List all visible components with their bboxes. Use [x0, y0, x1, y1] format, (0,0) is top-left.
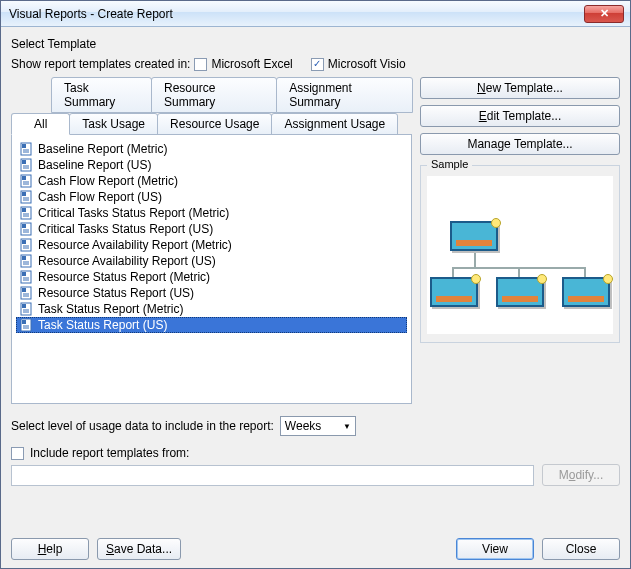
sample-preview: [427, 176, 613, 334]
sample-node: [562, 277, 610, 307]
tab-assignment-summary[interactable]: Assignment Summary: [276, 77, 413, 113]
view-button[interactable]: View: [456, 538, 534, 560]
svg-rect-29: [22, 256, 26, 260]
include-row: Include report templates from:: [11, 446, 620, 460]
path-row: Modify...: [11, 464, 620, 486]
btn-label: Modify...: [559, 468, 603, 482]
tab-resource-usage[interactable]: Resource Usage: [157, 113, 272, 135]
visio-doc-icon: [20, 238, 34, 252]
tab-label: All: [34, 117, 47, 131]
save-data-button[interactable]: Save Data...: [97, 538, 181, 560]
template-name: Cash Flow Report (US): [38, 190, 162, 204]
footer: Help Save Data... View Close: [11, 520, 620, 560]
btn-label: Close: [566, 542, 597, 556]
main-row: Task Summary Resource Summary Assignment…: [11, 77, 620, 404]
template-list-item[interactable]: Task Status Report (Metric): [16, 301, 407, 317]
template-name: Cash Flow Report (Metric): [38, 174, 178, 188]
tab-label: Assignment Summary: [289, 81, 352, 109]
tab-task-summary[interactable]: Task Summary: [51, 77, 152, 113]
tab-label: Resource Summary: [164, 81, 215, 109]
btn-label: ave Data...: [114, 542, 172, 556]
template-list-item[interactable]: Cash Flow Report (US): [16, 189, 407, 205]
dialog-window: Visual Reports - Create Report ✕ Select …: [0, 0, 631, 569]
template-list-item[interactable]: Critical Tasks Status Report (Metric): [16, 205, 407, 221]
template-list-item[interactable]: Resource Status Report (US): [16, 285, 407, 301]
sample-legend: Sample: [427, 158, 472, 170]
template-name: Resource Availability Report (Metric): [38, 238, 232, 252]
visio-label: Microsoft Visio: [328, 57, 406, 71]
svg-rect-33: [22, 272, 26, 276]
svg-rect-1: [22, 144, 26, 148]
tab-task-usage[interactable]: Task Usage: [69, 113, 158, 135]
dropdown-value: Weeks: [285, 419, 321, 433]
visio-doc-icon: [20, 318, 34, 332]
visio-doc-icon: [20, 222, 34, 236]
svg-rect-37: [22, 288, 26, 292]
template-name: Critical Tasks Status Report (US): [38, 222, 213, 236]
template-list-item[interactable]: Resource Availability Report (US): [16, 253, 407, 269]
close-icon: ✕: [600, 7, 609, 20]
visio-doc-icon: [20, 174, 34, 188]
visio-doc-icon: [20, 206, 34, 220]
template-list-item[interactable]: Critical Tasks Status Report (US): [16, 221, 407, 237]
level-dropdown[interactable]: Weeks ▼: [280, 416, 356, 436]
level-row: Select level of usage data to include in…: [11, 416, 620, 436]
chevron-down-icon: ▼: [343, 422, 351, 431]
template-list-item[interactable]: Baseline Report (Metric): [16, 141, 407, 157]
visio-doc-icon: [20, 270, 34, 284]
template-list-item[interactable]: Task Status Report (US): [16, 317, 407, 333]
template-list-item[interactable]: Baseline Report (US): [16, 157, 407, 173]
svg-rect-13: [22, 192, 26, 196]
select-template-label: Select Template: [11, 37, 620, 51]
tab-label: Assignment Usage: [284, 117, 385, 131]
tabs-row-upper: Task Summary Resource Summary Assignment…: [51, 77, 412, 113]
tab-assignment-usage[interactable]: Assignment Usage: [271, 113, 398, 135]
tab-label: Task Usage: [82, 117, 145, 131]
show-templates-label: Show report templates created in:: [11, 57, 190, 71]
sample-group: Sample: [420, 165, 620, 343]
visio-doc-icon: [20, 302, 34, 316]
template-list-item[interactable]: Resource Availability Report (Metric): [16, 237, 407, 253]
template-name: Resource Status Report (US): [38, 286, 194, 300]
dialog-body: Select Template Show report templates cr…: [1, 27, 630, 568]
include-path-input[interactable]: [11, 465, 534, 486]
template-name: Resource Availability Report (US): [38, 254, 216, 268]
tab-resource-summary[interactable]: Resource Summary: [151, 77, 277, 113]
modify-button: Modify...: [542, 464, 620, 486]
window-title: Visual Reports - Create Report: [9, 7, 584, 21]
template-list-item[interactable]: Resource Status Report (Metric): [16, 269, 407, 285]
show-templates-row: Show report templates created in: Micros…: [11, 57, 620, 71]
include-from-label: Include report templates from:: [30, 446, 189, 460]
tab-all[interactable]: All: [11, 113, 70, 135]
help-button[interactable]: Help: [11, 538, 89, 560]
sample-node: [496, 277, 544, 307]
btn-label: e Template...: [504, 137, 572, 151]
svg-rect-9: [22, 176, 26, 180]
template-name: Baseline Report (US): [38, 158, 151, 172]
svg-rect-25: [22, 240, 26, 244]
excel-checkbox[interactable]: [194, 58, 207, 71]
include-from-checkbox[interactable]: [11, 447, 24, 460]
right-column: New Template... Edit Template... Manage …: [420, 77, 620, 404]
edit-template-button[interactable]: Edit Template...: [420, 105, 620, 127]
level-label: Select level of usage data to include in…: [11, 419, 274, 433]
tab-label: Task Summary: [64, 81, 115, 109]
visio-doc-icon: [20, 254, 34, 268]
template-name: Resource Status Report (Metric): [38, 270, 210, 284]
btn-label: dit Template...: [487, 109, 561, 123]
svg-rect-41: [22, 304, 26, 308]
visio-doc-icon: [20, 158, 34, 172]
template-list-panel: Baseline Report (Metric)Baseline Report …: [11, 134, 412, 404]
btn-label: ew Template...: [486, 81, 563, 95]
template-list-item[interactable]: Cash Flow Report (Metric): [16, 173, 407, 189]
close-button[interactable]: Close: [542, 538, 620, 560]
btn-label: elp: [46, 542, 62, 556]
sample-node: [450, 221, 498, 251]
excel-label: Microsoft Excel: [211, 57, 292, 71]
visio-doc-icon: [20, 142, 34, 156]
template-list[interactable]: Baseline Report (Metric)Baseline Report …: [16, 141, 407, 333]
window-close-button[interactable]: ✕: [584, 5, 624, 23]
new-template-button[interactable]: New Template...: [420, 77, 620, 99]
manage-template-button[interactable]: Manage Template...: [420, 133, 620, 155]
visio-checkbox[interactable]: [311, 58, 324, 71]
